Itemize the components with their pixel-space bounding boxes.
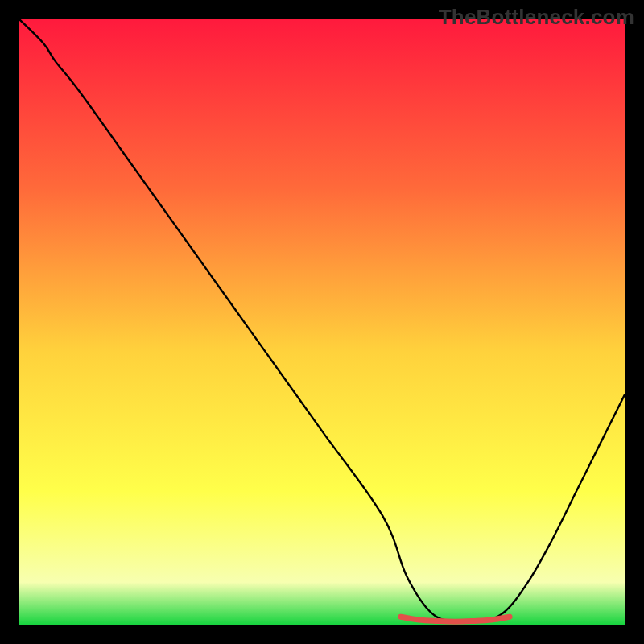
watermark-text: TheBottleneck.com — [439, 5, 634, 30]
chart-svg — [19, 19, 625, 625]
chart-frame: TheBottleneck.com — [0, 0, 644, 644]
plot-area — [19, 19, 625, 625]
gradient-background — [19, 19, 625, 625]
